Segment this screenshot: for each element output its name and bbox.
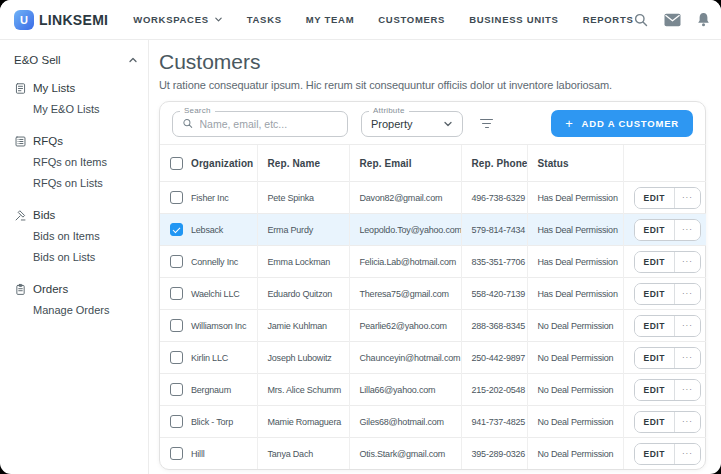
edit-button[interactable]: EDIT bbox=[635, 412, 674, 432]
sidebar-item-my-lists[interactable]: My Lists bbox=[14, 78, 138, 98]
nav-item-tasks[interactable]: TASKS bbox=[247, 14, 282, 25]
search-icon[interactable] bbox=[633, 12, 649, 28]
nav-item-my-team[interactable]: MY TEAM bbox=[306, 14, 355, 25]
cell-status: Has Deal Permission bbox=[527, 214, 623, 246]
edit-button[interactable]: EDIT bbox=[635, 316, 674, 336]
select-all-checkbox[interactable] bbox=[170, 157, 183, 170]
edit-button[interactable]: EDIT bbox=[635, 188, 674, 208]
nav-item-workspaces[interactable]: WORKSPACES bbox=[133, 14, 222, 25]
attribute-select[interactable]: Attribute Property bbox=[361, 111, 463, 137]
row-checkbox[interactable] bbox=[170, 255, 183, 268]
table-header-row: Organization Rep. Name Rep. Email Rep. P… bbox=[160, 145, 706, 182]
page-title: Customers bbox=[159, 50, 706, 74]
attribute-field-label: Attribute bbox=[369, 106, 409, 115]
cell-rep-phone: 558-420-7139 bbox=[461, 278, 527, 310]
cell-rep-phone: 941-737-4825 bbox=[461, 406, 527, 438]
edit-button[interactable]: EDIT bbox=[635, 444, 674, 464]
table-row[interactable]: Kirlin LLC Joseph Lubowitz Chaunceyin@ho… bbox=[160, 342, 706, 374]
cell-organization: Williamson Inc bbox=[191, 321, 246, 331]
sidebar-workspace-header[interactable]: E&O Sell bbox=[14, 54, 138, 66]
row-actions: EDIT ··· bbox=[634, 187, 701, 209]
edit-button[interactable]: EDIT bbox=[635, 284, 674, 304]
cell-organization: Lebsack bbox=[191, 225, 223, 235]
sidebar-item-rfqs[interactable]: RFQs bbox=[14, 131, 138, 151]
bell-icon[interactable] bbox=[696, 12, 711, 28]
row-checkbox[interactable] bbox=[170, 191, 183, 204]
row-checkbox[interactable] bbox=[170, 223, 183, 236]
edit-button[interactable]: EDIT bbox=[635, 348, 674, 368]
more-button[interactable]: ··· bbox=[674, 220, 700, 240]
row-checkbox[interactable] bbox=[170, 447, 183, 460]
cell-rep-phone: 496-738-6329 bbox=[461, 182, 527, 214]
row-actions: EDIT ··· bbox=[634, 315, 701, 337]
nav-item-business-units[interactable]: BUSINESS UNITS bbox=[469, 14, 559, 25]
sidebar-item-my-e-o-lists[interactable]: My E&O Lists bbox=[33, 99, 138, 119]
more-button[interactable]: ··· bbox=[674, 380, 700, 400]
cell-rep-name: Pete Spinka bbox=[257, 182, 349, 214]
table-row[interactable]: Fisher Inc Pete Spinka Davon82@gmail.com… bbox=[160, 182, 706, 214]
sidebar-group-my-lists: My ListsMy E&O Lists bbox=[14, 78, 138, 119]
cell-rep-email: Chaunceyin@hotmail.com bbox=[349, 342, 461, 374]
cell-status: No Deal Permission bbox=[527, 374, 623, 406]
edit-button[interactable]: EDIT bbox=[635, 380, 674, 400]
table-row[interactable]: Lebsack Erma Purdy Leopoldo.Toy@yahoo.co… bbox=[160, 214, 706, 246]
filter-icon[interactable] bbox=[476, 115, 497, 133]
cell-organization: Hilll bbox=[191, 449, 205, 459]
rfq-icon bbox=[14, 135, 27, 148]
nav-item-reports[interactable]: REPORTS bbox=[583, 14, 634, 25]
sidebar-item-label: My Lists bbox=[33, 82, 75, 94]
sidebar-item-manage-orders[interactable]: Manage Orders bbox=[33, 300, 138, 320]
more-button[interactable]: ··· bbox=[674, 188, 700, 208]
cell-rep-phone: 288-368-8345 bbox=[461, 310, 527, 342]
row-checkbox[interactable] bbox=[170, 351, 183, 364]
sidebar-item-rfqs-on-lists[interactable]: RFQs on Lists bbox=[33, 173, 138, 193]
app-window: U LINKSEMI WORKSPACESTASKSMY TEAMCUSTOME… bbox=[0, 0, 721, 474]
app-logo[interactable]: U LINKSEMI bbox=[14, 10, 108, 30]
sidebar-item-bids-on-lists[interactable]: Bids on Lists bbox=[33, 247, 138, 267]
table-row[interactable]: Williamson Inc Jamie Kuhlman Pearlie62@y… bbox=[160, 310, 706, 342]
row-actions: EDIT ··· bbox=[634, 347, 701, 369]
content-layout: E&O Sell My ListsMy E&O ListsRFQsRFQs on… bbox=[0, 40, 721, 474]
table-row[interactable]: Hilll Tanya Dach Otis.Stark@gmail.com 39… bbox=[160, 438, 706, 470]
search-input[interactable]: Search bbox=[172, 111, 348, 137]
more-button[interactable]: ··· bbox=[674, 284, 700, 304]
more-button[interactable]: ··· bbox=[674, 316, 700, 336]
plus-icon: + bbox=[565, 116, 573, 131]
cell-rep-email: Leopoldo.Toy@yahoo.com bbox=[349, 214, 461, 246]
row-checkbox[interactable] bbox=[170, 287, 183, 300]
search-text-input[interactable] bbox=[200, 118, 338, 130]
cell-rep-phone: 250-442-9897 bbox=[461, 342, 527, 374]
sidebar-group-bids: BidsBids on ItemsBids on Lists bbox=[14, 205, 138, 267]
table-row[interactable]: Connelly Inc Emma Lockman Felicia.Lab@ho… bbox=[160, 246, 706, 278]
column-header-organization: Organization bbox=[191, 158, 253, 169]
orders-icon bbox=[14, 283, 27, 296]
row-checkbox[interactable] bbox=[170, 383, 183, 396]
sidebar-group-rfqs: RFQsRFQs on ItemsRFQs on Lists bbox=[14, 131, 138, 193]
row-checkbox[interactable] bbox=[170, 319, 183, 332]
more-button[interactable]: ··· bbox=[674, 252, 700, 272]
top-navbar: U LINKSEMI WORKSPACESTASKSMY TEAMCUSTOME… bbox=[0, 0, 721, 40]
mail-icon[interactable] bbox=[664, 13, 681, 27]
table-row[interactable]: Waelchi LLC Eduardo Quitzon Theresa75@gm… bbox=[160, 278, 706, 310]
cell-rep-email: Felicia.Lab@hotmail.com bbox=[349, 246, 461, 278]
nav-item-customers[interactable]: CUSTOMERS bbox=[378, 14, 445, 25]
column-header-rep-phone: Rep. Phone bbox=[461, 145, 527, 182]
row-actions: EDIT ··· bbox=[634, 283, 701, 305]
edit-button[interactable]: EDIT bbox=[635, 252, 674, 272]
more-button[interactable]: ··· bbox=[674, 348, 700, 368]
edit-button[interactable]: EDIT bbox=[635, 220, 674, 240]
sidebar-item-orders[interactable]: Orders bbox=[14, 279, 138, 299]
sidebar-item-rfqs-on-items[interactable]: RFQs on Items bbox=[33, 152, 138, 172]
cell-organization: Kirlin LLC bbox=[191, 353, 228, 363]
table-row[interactable]: Blick - Torp Mamie Romaguera Giles68@hot… bbox=[160, 406, 706, 438]
cell-rep-email: Otis.Stark@gmail.com bbox=[349, 438, 461, 470]
sidebar-item-bids-on-items[interactable]: Bids on Items bbox=[33, 226, 138, 246]
page-subtitle: Ut ratione consequatur ipsum. Hic rerum … bbox=[159, 79, 706, 91]
sidebar-item-bids[interactable]: Bids bbox=[14, 205, 138, 225]
row-checkbox[interactable] bbox=[170, 415, 183, 428]
cell-rep-phone: 579-814-7434 bbox=[461, 214, 527, 246]
add-customer-button[interactable]: + ADD A CUSTOMER bbox=[551, 110, 693, 137]
more-button[interactable]: ··· bbox=[674, 444, 700, 464]
more-button[interactable]: ··· bbox=[674, 412, 700, 432]
table-row[interactable]: Bergnaum Mrs. Alice Schumm Lilla66@yahoo… bbox=[160, 374, 706, 406]
